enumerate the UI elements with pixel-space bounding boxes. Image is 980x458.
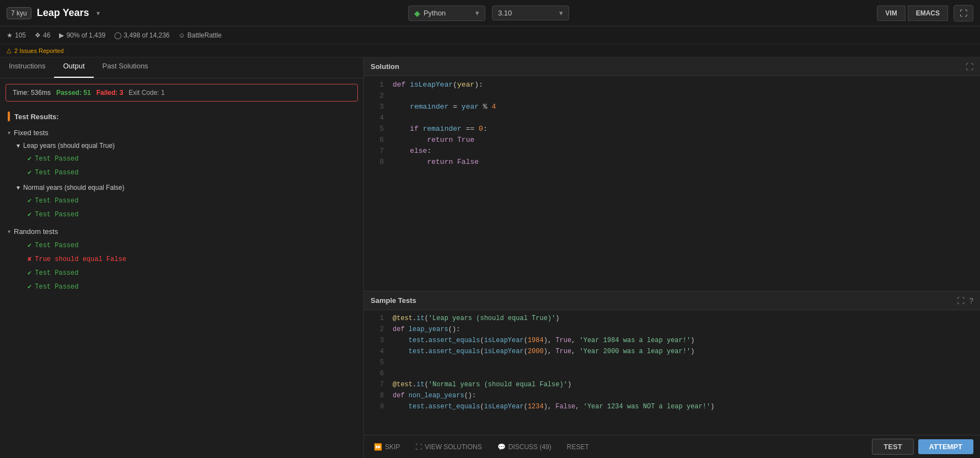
check-icon: ✔ — [28, 269, 31, 277]
language-select[interactable]: ◆ Python ▾ — [408, 6, 485, 21]
page-title: Leap Years — [37, 7, 89, 19]
test-item: ✔ Test Passed — [23, 152, 358, 166]
check-icon: ✔ — [28, 210, 31, 219]
forks-count: 46 — [43, 31, 50, 39]
random-chevron-icon: ▾ — [8, 228, 10, 235]
code-line: 4 — [364, 114, 980, 125]
test-label: Test Passed — [35, 283, 78, 291]
tab-past-solutions[interactable]: Past Solutions — [94, 57, 157, 78]
author-item: ☺ BattleRattle — [179, 31, 222, 39]
code-line: 4 test.assert_equals(isLeapYear(2000), T… — [364, 348, 980, 359]
discuss-icon: 💬 — [497, 443, 506, 451]
test-item: ✔ Test Passed — [23, 194, 358, 207]
emacs-button[interactable]: EMACS — [908, 6, 948, 21]
code-line: 2 — [364, 92, 980, 103]
code-line: 7 @test.it('Normal years (should equal F… — [364, 381, 980, 392]
solution-title: Solution — [371, 62, 399, 71]
test-label: Test Passed — [35, 242, 78, 249]
sample-help-button[interactable]: ? — [969, 296, 973, 305]
output-area: Time: 536ms Passed: 51 Failed: 3 Exit Co… — [0, 78, 363, 458]
fork-icon: ❖ — [35, 31, 41, 39]
test-item: ✔ Test Passed — [23, 238, 358, 252]
main-layout: Instructions Output Past Solutions Time:… — [0, 57, 980, 458]
tab-instructions[interactable]: Instructions — [0, 57, 54, 78]
code-line: 8 def non_leap_years(): — [364, 392, 980, 403]
code-line: 6 return True — [364, 136, 980, 147]
normal-false-label: Normal years (should equal False) — [23, 184, 124, 191]
code-line: 6 — [364, 370, 980, 381]
star-icon: ★ — [7, 31, 13, 39]
tab-output[interactable]: Output — [54, 57, 93, 78]
kyu-badge: 7 kyu — [7, 7, 31, 19]
code-line: 3 remainder = year % 4 — [364, 103, 980, 114]
code-line: 2 def leap_years(): — [364, 326, 980, 337]
normal-false-header[interactable]: ▾ Normal years (should equal False) — [14, 182, 358, 194]
stars-count: 105 — [15, 31, 26, 39]
skip-icon: ⏩ — [374, 443, 382, 451]
test-label: Test Passed — [35, 211, 78, 219]
time-text: Time: 536ms — [13, 89, 51, 97]
sample-expand-button[interactable]: ⛶ — [957, 296, 965, 305]
completion-text: 90% of 1,439 — [66, 31, 105, 39]
run-summary: Time: 536ms Passed: 51 Failed: 3 Exit Co… — [6, 84, 358, 102]
test-results-label: Test Results: — [14, 113, 59, 121]
skip-button[interactable]: ⏩ SKIP — [371, 441, 403, 453]
reset-button[interactable]: RESET — [564, 441, 592, 453]
title-chevron-icon: ▾ — [97, 9, 100, 17]
check-icon: ✔ — [28, 241, 31, 249]
discuss-button[interactable]: 💬 DISCUSS (49) — [494, 441, 555, 453]
code-line: 7 else: — [364, 147, 980, 158]
warning-text: 2 Issues Reported — [14, 47, 63, 54]
test-label: Test Passed — [35, 197, 78, 205]
sample-icons: ⛶ ? — [957, 296, 973, 305]
test-item: ✔ Test Passed — [23, 166, 358, 179]
fixed-tests-label: Fixed tests — [14, 129, 49, 137]
python-icon: ◆ — [414, 9, 420, 18]
version-chevron-icon: ▾ — [559, 9, 563, 17]
version-label: 3.10 — [498, 9, 512, 17]
attempt-button[interactable]: ATTEMPT — [918, 439, 973, 454]
sample-code-area[interactable]: 1 @test.it('Leap years (should equal Tru… — [364, 310, 980, 435]
leap-true-chevron-icon: ▾ — [17, 142, 20, 150]
solution-editor: Solution ⛶ 1 def isLeapYear(year): 2 3 r… — [364, 57, 980, 291]
test-item: ✔ Test Passed — [23, 280, 358, 294]
solutions-text: 3,498 of 14,236 — [124, 31, 169, 39]
test-results-header: Test Results: — [6, 107, 358, 126]
random-tests-label: Random tests — [14, 227, 58, 236]
code-line: 3 test.assert_equals(isLeapYear(1984), T… — [364, 337, 980, 348]
author-icon: ☺ — [179, 31, 185, 39]
test-button[interactable]: TEST — [872, 439, 913, 455]
subgroup-normal-false: ▾ Normal years (should equal False) ✔ Te… — [14, 182, 358, 221]
check-icon: ✔ — [28, 283, 31, 291]
sample-tests-panel: Sample Tests ⛶ ? 1 @test.it('Leap years … — [364, 291, 980, 435]
random-tests-header[interactable]: ▾ Random tests — [6, 225, 358, 238]
code-line: 1 def isLeapYear(year): — [364, 81, 980, 92]
test-group-fixed: ▾ Fixed tests ▾ Leap years (should equal… — [6, 126, 358, 221]
solutions-icon: ◯ — [114, 31, 121, 39]
solution-expand-button[interactable]: ⛶ — [966, 62, 973, 71]
test-group-random: ▾ Random tests ✔ Test Passed ✘ True shou… — [6, 225, 358, 294]
expand-editor-button[interactable]: ⛶ — [954, 5, 973, 22]
subgroup-leap-true: ▾ Leap years (should equal True) ✔ Test … — [14, 140, 358, 179]
leap-true-header[interactable]: ▾ Leap years (should equal True) — [14, 140, 358, 152]
forks-item: ❖ 46 — [35, 31, 50, 39]
header-center: ◆ Python ▾ 3.10 ▾ — [408, 6, 569, 21]
view-solutions-button[interactable]: ⛶ VIEW SOLUTIONS — [412, 441, 485, 453]
version-select[interactable]: 3.10 ▾ — [492, 6, 569, 20]
check-icon: ✔ — [28, 168, 31, 177]
test-item: ✔ Test Passed — [23, 207, 358, 221]
sample-tests-header: Sample Tests ⛶ ? — [364, 291, 980, 310]
code-line: 5 if remainder == 0: — [364, 125, 980, 136]
left-tabs: Instructions Output Past Solutions — [0, 57, 363, 78]
vim-button[interactable]: VIM — [877, 6, 905, 21]
right-panel: Solution ⛶ 1 def isLeapYear(year): 2 3 r… — [364, 57, 980, 458]
solution-code-area[interactable]: 1 def isLeapYear(year): 2 3 remainder = … — [364, 76, 980, 291]
header-left: 7 kyu Leap Years ▾ — [7, 7, 100, 19]
code-line: 8 return False — [364, 158, 980, 169]
normal-false-chevron-icon: ▾ — [17, 184, 20, 191]
header-right: VIM EMACS ⛶ — [877, 5, 973, 22]
fixed-tests-header[interactable]: ▾ Fixed tests — [6, 126, 358, 140]
sample-tests-title: Sample Tests — [371, 296, 416, 305]
bottom-bar: ⏩ SKIP ⛶ VIEW SOLUTIONS 💬 DISCUSS (49) R… — [364, 435, 980, 458]
solutions-item: ◯ 3,498 of 14,236 — [114, 31, 169, 39]
